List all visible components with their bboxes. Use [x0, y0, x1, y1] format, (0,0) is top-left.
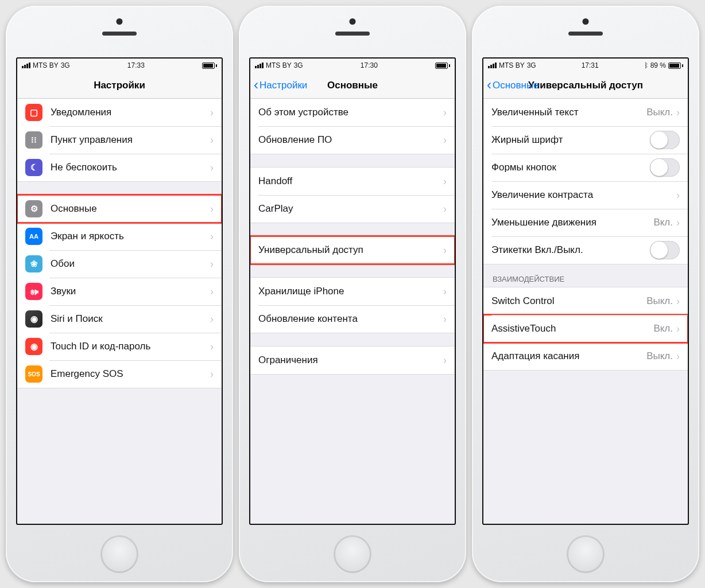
row-label: Обновление контента — [258, 313, 443, 325]
row-label: Пункт управления — [51, 134, 210, 146]
row-label: Увеличенный текст — [491, 107, 646, 118]
row-label: AssistiveTouch — [491, 323, 653, 334]
display-icon: AA — [25, 228, 42, 245]
row-label: Уведомления — [51, 107, 210, 118]
row-label: Обновление ПО — [258, 134, 443, 146]
row-onoff-labels[interactable]: Этикетки Вкл./Выкл. — [483, 236, 688, 264]
phone-frame-1: MTS BY 3G 17:33 Настройки ▢Уведомления› … — [6, 6, 233, 582]
row-larger-text[interactable]: Увеличенный текстВыкл.› — [483, 99, 688, 126]
back-label: Основные — [493, 80, 539, 91]
navbar: Настройки — [17, 72, 222, 99]
row-sos[interactable]: SOSEmergency SOS› — [17, 360, 222, 388]
earpiece — [335, 32, 370, 36]
row-software-update[interactable]: Обновление ПО› — [250, 126, 455, 154]
battery-icon — [202, 63, 217, 69]
row-label: Emergency SOS — [51, 368, 210, 380]
toggle-switch[interactable] — [650, 158, 680, 177]
row-label: Адаптация касания — [491, 351, 646, 362]
chevron-right-icon: › — [443, 203, 447, 215]
row-label: Экран и яркость — [51, 231, 210, 242]
row-label: Звуки — [51, 286, 210, 297]
row-storage[interactable]: Хранилище iPhone› — [250, 278, 455, 305]
status-time: 17:31 — [582, 61, 599, 69]
row-label: Обои — [51, 258, 210, 270]
chevron-right-icon: › — [210, 286, 214, 298]
bluetooth-icon: ᛒ — [644, 61, 648, 69]
row-assistivetouch[interactable]: AssistiveTouchВкл.› — [483, 315, 688, 342]
row-display[interactable]: AAЭкран и яркость› — [17, 223, 222, 250]
group-header-interaction: ВЗАИМОДЕЙСТВИЕ — [483, 264, 688, 287]
toggle-switch[interactable] — [650, 131, 680, 149]
row-about[interactable]: Об этом устройстве› — [250, 99, 455, 126]
chevron-right-icon: › — [210, 203, 214, 215]
back-button[interactable]: ‹Настройки — [254, 72, 307, 98]
status-time: 17:33 — [127, 61, 145, 69]
chevron-right-icon: › — [443, 244, 447, 256]
row-handoff[interactable]: Handoff› — [250, 168, 455, 195]
settings-list: Об этом устройстве› Обновление ПО› Hando… — [250, 99, 455, 524]
row-general[interactable]: ⚙Основные› — [17, 195, 222, 223]
chevron-right-icon: › — [210, 162, 214, 174]
row-label: Ограничения — [258, 355, 443, 366]
status-bar: MTS BY 3G 17:33 — [17, 59, 222, 72]
row-notifications[interactable]: ▢Уведомления› — [17, 99, 222, 126]
sounds-icon: 🕪 — [25, 283, 42, 300]
row-value: Вкл. — [653, 217, 673, 228]
chevron-right-icon: › — [210, 341, 214, 353]
home-button[interactable] — [100, 535, 138, 573]
screen-3: MTS BY 3G 17:31 ᛒ 89 % ‹Основные Универс… — [482, 57, 689, 525]
chevron-right-icon: › — [676, 323, 680, 335]
row-restrictions[interactable]: Ограничения› — [250, 346, 455, 374]
row-reduce-motion[interactable]: Уменьшение движенияВкл.› — [483, 209, 688, 236]
row-label: Основные — [51, 203, 210, 215]
row-dnd[interactable]: ☾Не беспокоить› — [17, 154, 222, 181]
status-bar: MTS BY 3G 17:31 ᛒ 89 % — [483, 59, 688, 72]
home-button[interactable] — [334, 535, 371, 573]
gear-icon: ⚙ — [25, 200, 42, 217]
chevron-right-icon: › — [443, 176, 447, 188]
row-label: Увеличение контраста — [491, 189, 676, 201]
row-touchid[interactable]: ◉Touch ID и код-пароль› — [17, 333, 222, 360]
home-button[interactable] — [567, 535, 605, 573]
screen-1: MTS BY 3G 17:33 Настройки ▢Уведомления› … — [16, 57, 223, 525]
signal-icon — [22, 63, 30, 68]
back-button[interactable]: ‹Основные — [487, 72, 539, 98]
row-label: Этикетки Вкл./Выкл. — [491, 244, 650, 256]
sos-icon: SOS — [25, 365, 42, 383]
network-label: 3G — [527, 61, 536, 69]
chevron-left-icon: ‹ — [487, 78, 491, 92]
chevron-right-icon: › — [210, 258, 214, 270]
row-label: Формы кнопок — [491, 162, 650, 173]
row-switch-control[interactable]: Switch ControlВыкл.› — [483, 287, 688, 315]
row-siri[interactable]: ◉Siri и Поиск› — [17, 305, 222, 333]
toggle-switch[interactable] — [650, 241, 680, 259]
row-bold-text[interactable]: Жирный шрифт — [483, 126, 688, 154]
row-button-shapes[interactable]: Формы кнопок — [483, 154, 688, 181]
row-sounds[interactable]: 🕪Звуки› — [17, 278, 222, 305]
carrier-label: MTS BY — [499, 61, 525, 69]
row-control-center[interactable]: ⁝⁝Пункт управления› — [17, 126, 222, 154]
battery-icon — [668, 63, 683, 69]
phone-frame-3: MTS BY 3G 17:31 ᛒ 89 % ‹Основные Универс… — [472, 6, 699, 582]
network-label: 3G — [61, 61, 70, 69]
control-center-icon: ⁝⁝ — [25, 131, 42, 149]
row-label: Touch ID и код-пароль — [51, 341, 210, 352]
row-label: Handoff — [258, 176, 443, 187]
chevron-right-icon: › — [210, 231, 214, 243]
chevron-right-icon: › — [443, 286, 447, 298]
row-background-refresh[interactable]: Обновление контента› — [250, 305, 455, 333]
row-value: Выкл. — [646, 351, 673, 362]
network-label: 3G — [294, 61, 303, 69]
earpiece — [568, 32, 603, 36]
signal-icon — [255, 63, 264, 68]
row-increase-contrast[interactable]: Увеличение контраста› — [483, 181, 688, 209]
row-carplay[interactable]: CarPlay› — [250, 195, 455, 223]
page-title: Основные — [327, 80, 378, 91]
row-label: Switch Control — [491, 295, 646, 307]
row-wallpaper[interactable]: ❀Обои› — [17, 250, 222, 278]
row-touch-accommodations[interactable]: Адаптация касанияВыкл.› — [483, 342, 688, 370]
row-label: CarPlay — [258, 203, 443, 215]
status-bar: MTS BY 3G 17:30 — [250, 59, 455, 72]
row-accessibility[interactable]: Универсальный доступ› — [250, 236, 455, 264]
dnd-icon: ☾ — [25, 159, 42, 176]
